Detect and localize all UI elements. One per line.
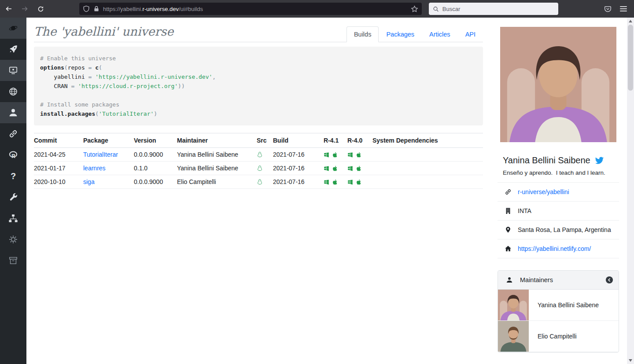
- twitter-icon[interactable]: [595, 156, 604, 165]
- package-link[interactable]: learnres: [83, 165, 106, 172]
- scroll-down-arrow[interactable]: [627, 357, 634, 364]
- sidebar-item-r-project[interactable]: [0, 144, 26, 165]
- maintainer-avatar: [498, 321, 529, 352]
- windows-build-icon[interactable]: [347, 152, 353, 158]
- linux-build-icon[interactable]: [257, 151, 263, 158]
- commit-date: 2020-10-10: [34, 175, 83, 189]
- sidebar-item-packages[interactable]: [0, 250, 26, 271]
- maintainer-row[interactable]: Yanina Bellini Saibene: [498, 290, 619, 321]
- tab-api[interactable]: API: [458, 26, 483, 42]
- package-cell: learnres: [83, 162, 134, 175]
- sidebar-item-apps[interactable]: [0, 60, 26, 81]
- commit-date: 2021-01-17: [34, 162, 83, 175]
- box-icon: [8, 256, 18, 265]
- tab-articles[interactable]: Articles: [422, 26, 458, 42]
- scroll-up-arrow[interactable]: [627, 18, 634, 25]
- src-cell: [257, 148, 273, 162]
- header-version: Version: [134, 133, 177, 148]
- forward-arrow-icon: [21, 5, 28, 12]
- bookmark-star-icon[interactable]: [411, 5, 418, 13]
- gear-icon: [8, 235, 18, 244]
- reload-icon: [37, 6, 44, 12]
- r40-cell: [347, 175, 372, 189]
- builds-table: Commit Package Version Maintainer Src Bu…: [34, 133, 483, 189]
- apple-build-icon[interactable]: [356, 165, 361, 171]
- back-button[interactable]: [2, 3, 16, 15]
- url-bar[interactable]: https://yabellini.r-universe.dev/ui#buil…: [79, 3, 422, 15]
- windows-build-icon[interactable]: [324, 152, 329, 158]
- maintainer-row[interactable]: Elio Campitelli: [498, 321, 619, 352]
- apple-build-icon[interactable]: [356, 152, 361, 158]
- header-r40: R-4.0: [347, 133, 372, 148]
- sidebar-item-universes[interactable]: [0, 81, 26, 102]
- windows-build-icon[interactable]: [347, 165, 353, 171]
- reload-button[interactable]: [33, 3, 48, 15]
- code-token: ,: [212, 74, 216, 80]
- pocket-icon: [604, 5, 612, 13]
- location-pin-icon: [505, 226, 512, 233]
- sidebar-item-builds[interactable]: [0, 39, 26, 60]
- tab-builds[interactable]: Builds: [346, 26, 379, 42]
- src-cell: [257, 175, 273, 189]
- r40-cell: [347, 162, 372, 175]
- sidebar-item-settings[interactable]: [0, 229, 26, 250]
- maintainer-name: Yanina Bellini Saibene: [538, 301, 599, 309]
- code-token: install.packages: [40, 110, 95, 117]
- linux-build-icon[interactable]: [257, 179, 263, 185]
- hamburger-icon: [620, 5, 627, 13]
- profile-name: Yanina Bellini Saibene: [503, 155, 590, 165]
- windows-build-icon[interactable]: [324, 179, 329, 185]
- lock-icon[interactable]: [93, 5, 100, 12]
- apple-build-icon[interactable]: [332, 179, 338, 185]
- repo-link[interactable]: r-universe/yabellini: [518, 188, 569, 195]
- apple-build-icon[interactable]: [332, 165, 338, 171]
- header-sysdeps: System Dependencies: [372, 133, 483, 148]
- search-input[interactable]: [442, 6, 554, 12]
- version-cell: 0.1.0: [134, 162, 177, 175]
- code-token: )): [178, 83, 185, 89]
- sidebar-item-help[interactable]: ?: [0, 165, 26, 187]
- sidebar-item-sitemap[interactable]: [0, 208, 26, 229]
- apple-build-icon[interactable]: [332, 152, 338, 158]
- sidebar-item-sysdeps[interactable]: [0, 187, 26, 208]
- build-date: 2021-07-16: [273, 162, 324, 175]
- windows-build-icon[interactable]: [324, 165, 329, 171]
- collapse-arrow-icon[interactable]: [605, 276, 613, 284]
- location-label: Santa Rosa, La Pampa, Argentina: [518, 226, 611, 233]
- url-path: /ui#builds: [179, 6, 203, 12]
- rocket-icon: [8, 44, 18, 54]
- website-link[interactable]: https://yabellini.netlify.com/: [518, 245, 591, 252]
- tab-packages[interactable]: Packages: [379, 26, 422, 42]
- r40-cell: [347, 148, 372, 162]
- scroll-thumb[interactable]: [628, 25, 633, 91]
- menu-button[interactable]: [616, 3, 630, 15]
- code-token: =: [85, 74, 95, 80]
- windows-build-icon[interactable]: [347, 179, 353, 185]
- back-arrow-icon: [5, 5, 12, 12]
- sidebar-item-logo[interactable]: [0, 18, 26, 39]
- tab-bar: Builds Packages Articles API: [346, 26, 483, 42]
- link-icon: [505, 188, 512, 195]
- sysdeps-cell: [372, 148, 483, 162]
- pocket-button[interactable]: [601, 3, 615, 15]
- header-package: Package: [83, 133, 134, 148]
- table-row: 2021-04-25 TutorialIterar 0.0.0.9000 Yan…: [34, 148, 483, 162]
- code-token: options: [40, 64, 64, 71]
- code-token: (: [99, 64, 102, 71]
- tracking-shield-icon[interactable]: [83, 5, 90, 12]
- package-link[interactable]: siga: [83, 178, 95, 185]
- wrench-icon: [8, 192, 18, 202]
- window-scrollbar[interactable]: [627, 18, 634, 364]
- sidebar-item-maintainers[interactable]: [0, 102, 26, 123]
- code-string: 'TutorialIterar': [99, 110, 154, 117]
- sidebar-item-links[interactable]: [0, 123, 26, 144]
- organization-label: INTA: [518, 207, 531, 214]
- search-bar[interactable]: [429, 3, 558, 15]
- page-title: The 'yabellini' universe: [34, 25, 173, 38]
- package-link[interactable]: TutorialIterar: [83, 151, 118, 158]
- forward-button[interactable]: [18, 3, 32, 15]
- apple-build-icon[interactable]: [356, 179, 361, 185]
- url-scheme-subdomain: https://yabellini.: [103, 6, 143, 12]
- maintainers-title: Maintainers: [520, 276, 553, 283]
- linux-build-icon[interactable]: [257, 165, 263, 172]
